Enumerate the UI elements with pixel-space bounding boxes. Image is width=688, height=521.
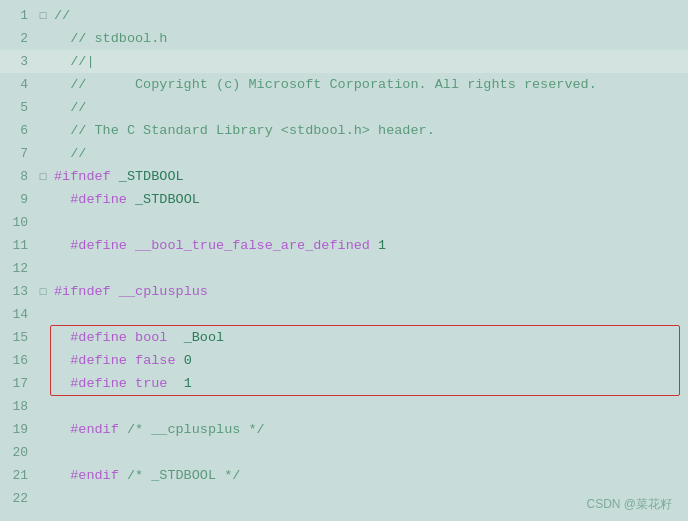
- code-line: 12: [0, 257, 688, 280]
- line-number: 8: [0, 169, 36, 184]
- code-content: // The C Standard Library <stdbool.h> he…: [50, 123, 688, 138]
- code-line: 11 #define __bool_true_false_are_defined…: [0, 234, 688, 257]
- line-number: 19: [0, 422, 36, 437]
- code-line: 7 //: [0, 142, 688, 165]
- code-editor: 1□//2 // stdbool.h3 //|4 // Copyright (c…: [0, 0, 688, 521]
- fold-icon[interactable]: □: [36, 171, 50, 183]
- code-line: 6 // The C Standard Library <stdbool.h> …: [0, 119, 688, 142]
- code-content: #ifndef __cplusplus: [50, 284, 688, 299]
- code-content: //|: [50, 54, 688, 69]
- code-line: 19 #endif /* __cplusplus */: [0, 418, 688, 441]
- fold-icon[interactable]: □: [36, 286, 50, 298]
- line-number: 9: [0, 192, 36, 207]
- code-content: // Copyright (c) Microsoft Corporation. …: [50, 77, 688, 92]
- code-line: 20: [0, 441, 688, 464]
- code-line: 1□//: [0, 4, 688, 27]
- code-line: 22: [0, 487, 688, 510]
- watermark: CSDN @菜花籽: [586, 496, 672, 513]
- code-content: #ifndef _STDBOOL: [50, 169, 688, 184]
- code-line: 3 //|: [0, 50, 688, 73]
- line-number: 10: [0, 215, 36, 230]
- line-number: 21: [0, 468, 36, 483]
- code-line: 15 #define bool _Bool: [0, 326, 688, 349]
- line-number: 5: [0, 100, 36, 115]
- code-line: 21 #endif /* _STDBOOL */: [0, 464, 688, 487]
- code-line: 18: [0, 395, 688, 418]
- code-content: #define __bool_true_false_are_defined 1: [50, 238, 688, 253]
- line-number: 17: [0, 376, 36, 391]
- line-number: 4: [0, 77, 36, 92]
- line-number: 13: [0, 284, 36, 299]
- code-line: 5 //: [0, 96, 688, 119]
- code-line: 2 // stdbool.h: [0, 27, 688, 50]
- line-number: 14: [0, 307, 36, 322]
- line-number: 3: [0, 54, 36, 69]
- code-line: 4 // Copyright (c) Microsoft Corporation…: [0, 73, 688, 96]
- code-line: 14: [0, 303, 688, 326]
- code-content: // stdbool.h: [50, 31, 688, 46]
- code-content: #endif /* _STDBOOL */: [50, 468, 688, 483]
- code-line: 17 #define true 1: [0, 372, 688, 395]
- code-content: //: [50, 8, 688, 23]
- code-content: #define false 0: [50, 353, 688, 368]
- code-line: 16 #define false 0: [0, 349, 688, 372]
- code-content: #endif /* __cplusplus */: [50, 422, 688, 437]
- line-number: 1: [0, 8, 36, 23]
- line-number: 18: [0, 399, 36, 414]
- line-number: 2: [0, 31, 36, 46]
- line-number: 22: [0, 491, 36, 506]
- line-number: 16: [0, 353, 36, 368]
- code-content: #define _STDBOOL: [50, 192, 688, 207]
- code-line: 10: [0, 211, 688, 234]
- code-line: 9 #define _STDBOOL: [0, 188, 688, 211]
- code-line: 13□#ifndef __cplusplus: [0, 280, 688, 303]
- line-number: 20: [0, 445, 36, 460]
- code-content: //: [50, 100, 688, 115]
- line-number: 11: [0, 238, 36, 253]
- line-number: 12: [0, 261, 36, 276]
- line-number: 6: [0, 123, 36, 138]
- code-content: //: [50, 146, 688, 161]
- line-number: 15: [0, 330, 36, 345]
- code-line: 8□#ifndef _STDBOOL: [0, 165, 688, 188]
- code-content: #define true 1: [50, 376, 688, 391]
- line-number: 7: [0, 146, 36, 161]
- code-content: #define bool _Bool: [50, 330, 688, 345]
- fold-icon[interactable]: □: [36, 10, 50, 22]
